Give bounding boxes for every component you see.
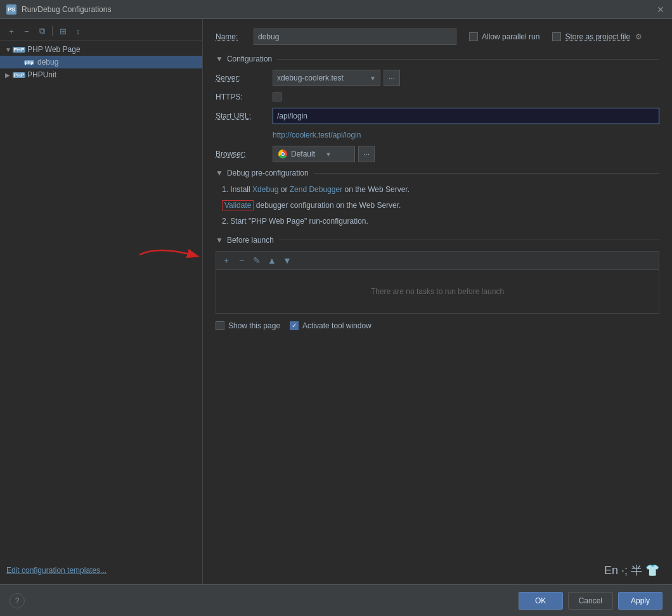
store-project-checkbox[interactable] — [552, 32, 561, 41]
bottom-bar: ? OK Cancel Apply — [0, 584, 672, 616]
configuration-section-header: ▼ Configuration — [216, 55, 659, 63]
server-label: Server: — [216, 74, 273, 82]
system-tray: En ·; 半 👕 — [604, 563, 659, 578]
php-web-page-label: PHP Web Page — [27, 45, 81, 54]
before-launch-section-header: ▼ Before launch — [216, 236, 659, 245]
config-section-arrow[interactable]: ▼ — [216, 55, 223, 63]
store-project-label: Store as project file — [565, 32, 630, 41]
before-launch-arrow[interactable]: ▼ — [216, 236, 223, 245]
browser-more-button[interactable]: ··· — [358, 146, 375, 162]
browser-dropdown-arrow: ▼ — [325, 151, 332, 158]
store-as-project: Store as project file ⚙ — [552, 32, 642, 41]
help-button[interactable]: ? — [10, 593, 25, 608]
resolved-url-link[interactable]: http://coolerk.test/api/login — [273, 131, 659, 139]
before-launch-divider — [279, 240, 659, 240]
move-up-button[interactable]: ▲ — [266, 254, 278, 267]
move-down-button[interactable]: ▼ — [281, 254, 294, 267]
activate-tool-window-option: Activate tool window — [290, 321, 372, 330]
gear-icon[interactable]: ⚙ — [635, 32, 642, 41]
before-launch-title: Before launch — [227, 236, 274, 245]
php-web-page-icon: PHP — [14, 44, 24, 55]
debug-step-1: 1. Install Xdebug or Zend Debugger on th… — [222, 184, 659, 196]
debug-step-2: 2. Start "PHP Web Page" run-configuratio… — [222, 215, 659, 228]
section-divider — [277, 59, 659, 60]
server-dropdown-arrow: ▼ — [370, 75, 376, 82]
debug-section-arrow[interactable]: ▼ — [216, 169, 223, 177]
sidebar: + − ⧉ ⊞ ↕ ▼ PHP PHP Web Page php debug ▶ — [0, 19, 203, 584]
sidebar-group-phpunit[interactable]: ▶ PHP PHPUnit — [0, 68, 202, 81]
remove-task-button[interactable]: − — [235, 254, 248, 267]
sidebar-item-debug[interactable]: php debug — [0, 56, 202, 68]
server-row: Server: xdebug-coolerk.test ▼ ··· — [216, 70, 659, 86]
debug-config-label: debug — [37, 58, 58, 67]
server-dropdown[interactable]: xdebug-coolerk.test ▼ — [273, 70, 380, 86]
server-more-button[interactable]: ··· — [384, 70, 400, 86]
add-config-button[interactable]: + — [5, 25, 18, 37]
bottom-options: Show this page Activate tool window — [216, 321, 659, 330]
edit-task-button[interactable]: ✎ — [250, 254, 263, 267]
server-value: xdebug-coolerk.test — [277, 74, 344, 82]
zend-debugger-link[interactable]: Zend Debugger — [290, 185, 342, 194]
parallel-run-label: Allow parallel run — [482, 32, 540, 41]
before-launch-toolbar: + − ✎ ▲ ▼ — [216, 251, 659, 269]
chrome-icon — [278, 150, 287, 158]
add-task-button[interactable]: + — [220, 254, 233, 267]
xdebug-link[interactable]: Xdebug — [252, 185, 278, 194]
name-label: Name: — [216, 32, 247, 41]
browser-row: Browser: Default ▼ ··· — [216, 146, 659, 162]
phpunit-icon: PHP — [14, 70, 24, 80]
name-row: Name: Allow parallel run Store as projec… — [216, 29, 659, 45]
show-page-option: Show this page — [216, 321, 280, 330]
parallel-run-checkbox[interactable] — [469, 32, 478, 41]
activate-tool-window-checkbox[interactable] — [290, 321, 299, 330]
debug-step-validate: Validate debugger configuration on the W… — [222, 200, 659, 212]
debug-config-icon: php — [24, 57, 34, 67]
dialog-title: Run/Debug Configurations — [22, 5, 111, 14]
sidebar-toolbar: + − ⧉ ⊞ ↕ — [0, 22, 202, 41]
config-section-title: Configuration — [227, 55, 272, 63]
name-input[interactable] — [254, 29, 456, 45]
close-button[interactable]: ✕ — [656, 4, 666, 15]
debug-section-title: Debug pre-configuration — [227, 169, 309, 177]
sort-config-button[interactable]: ↕ — [72, 25, 84, 37]
allow-parallel-run: Allow parallel run — [469, 32, 540, 41]
title-bar: PS Run/Debug Configurations ✕ — [0, 0, 672, 19]
edit-config-templates-link[interactable]: Edit configuration templates... — [6, 566, 107, 575]
server-select-wrapper: xdebug-coolerk.test ▼ ··· — [273, 70, 400, 86]
debug-steps: 1. Install Xdebug or Zend Debugger on th… — [222, 184, 659, 228]
remove-config-button[interactable]: − — [20, 25, 33, 37]
apply-button[interactable]: Apply — [618, 592, 662, 610]
cancel-button[interactable]: Cancel — [568, 592, 613, 610]
before-launch-area: There are no tasks to run before launch — [216, 269, 659, 314]
start-url-row: Start URL: — [216, 108, 659, 124]
browser-label: Browser: — [216, 150, 273, 158]
browser-value: Default — [291, 150, 315, 158]
show-page-label: Show this page — [228, 321, 280, 330]
right-panel: Name: Allow parallel run Store as projec… — [203, 19, 672, 584]
ok-button[interactable]: OK — [519, 592, 563, 610]
debug-section-divider — [314, 173, 659, 174]
validate-button[interactable]: Validate — [222, 200, 254, 210]
sidebar-group-php-web-page[interactable]: ▼ PHP PHP Web Page — [0, 43, 202, 56]
browser-select-wrapper: Default ▼ ··· — [273, 146, 375, 162]
before-launch-empty: There are no tasks to run before launch — [371, 287, 504, 296]
toolbar-separator — [52, 26, 53, 36]
main-layout: + − ⧉ ⊞ ↕ ▼ PHP PHP Web Page php debug ▶ — [0, 19, 672, 584]
https-checkbox[interactable] — [273, 93, 281, 101]
activate-tool-window-label: Activate tool window — [302, 321, 372, 330]
phpunit-label: PHPUnit — [27, 70, 56, 79]
system-tray-text: En ·; 半 👕 — [604, 563, 659, 578]
https-row: HTTPS: — [216, 93, 659, 101]
move-config-button[interactable]: ⊞ — [56, 25, 69, 37]
start-url-label: Start URL: — [216, 112, 273, 120]
debug-preconfig-section-header: ▼ Debug pre-configuration — [216, 169, 659, 177]
https-label: HTTPS: — [216, 93, 273, 101]
show-page-checkbox[interactable] — [216, 321, 224, 330]
start-url-input[interactable] — [273, 108, 659, 124]
app-icon: PS — [6, 4, 16, 15]
copy-config-button[interactable]: ⧉ — [36, 25, 48, 37]
browser-dropdown[interactable]: Default ▼ — [273, 146, 355, 162]
